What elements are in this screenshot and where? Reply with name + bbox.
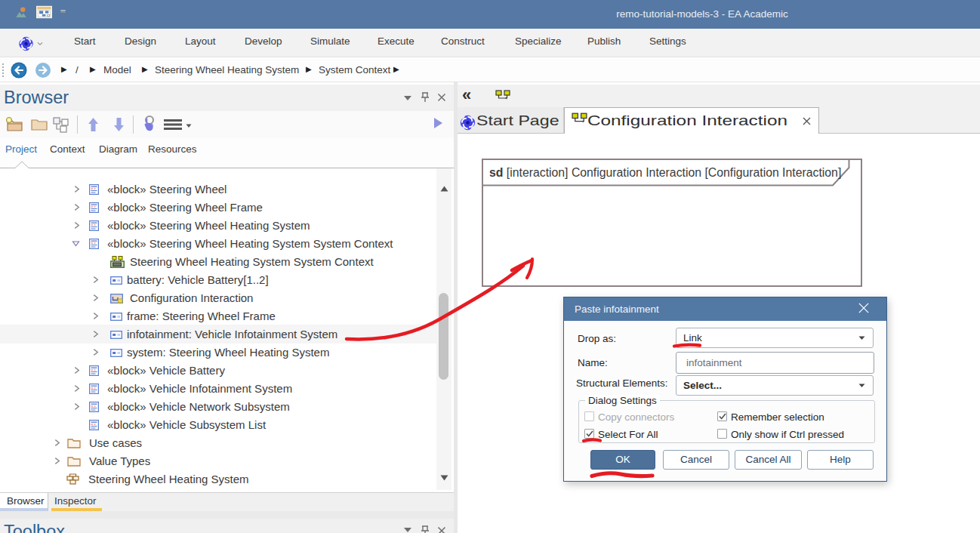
- svg-text:sd [interaction] Configuration: sd [interaction] Configuration Interacti…: [489, 166, 841, 179]
